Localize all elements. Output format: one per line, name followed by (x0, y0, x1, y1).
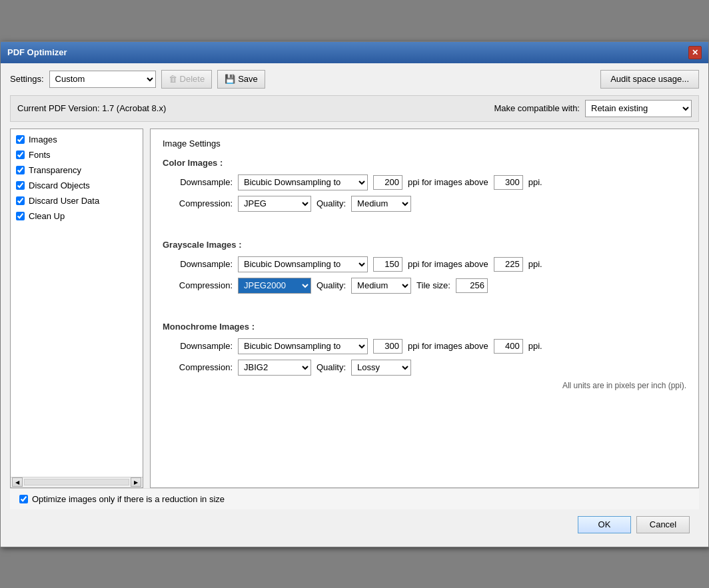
nav-item-transparency[interactable]: Transparency (11, 162, 143, 178)
nav-item-images[interactable]: Images (11, 132, 143, 147)
grayscale-ppi-input[interactable] (373, 257, 402, 272)
units-note: All units are in pixels per inch (ppi). (163, 381, 686, 390)
optimize-row: Optimize images only if there is a reduc… (10, 488, 699, 509)
grayscale-ppi-above-text: ppi for images above (408, 259, 488, 269)
discard-user-data-checkbox[interactable] (16, 196, 25, 205)
grayscale-downsample-row: Downsample: Bicubic Downsampling to Off … (163, 256, 686, 272)
color-quality-label: Quality: (317, 198, 346, 208)
pdf-optimizer-dialog: PDF Optimizer ✕ Settings: Custom 🗑 Delet… (0, 41, 709, 547)
monochrome-compression-label: Compression: (163, 362, 233, 372)
current-pdf-version: Current PDF Version: 1.7 (Acrobat 8.x) (17, 103, 166, 113)
monochrome-downsample-label: Downsample: (163, 341, 233, 351)
compatible-label: Make compatible with: (494, 103, 580, 113)
clean-up-checkbox[interactable] (16, 212, 25, 220)
monochrome-quality-dropdown[interactable]: Lossy Lossless (351, 360, 411, 376)
save-button[interactable]: 💾 Save (217, 70, 265, 89)
settings-dropdown[interactable]: Custom (49, 71, 156, 88)
monochrome-compression-row: Compression: JBIG2 Off CCITT Group 3 CCI… (163, 360, 686, 376)
horizontal-scrollbar: ◀ ▶ (11, 477, 143, 487)
dialog-title: PDF Optimizer (7, 47, 67, 57)
optimize-checkbox[interactable] (19, 495, 28, 503)
grayscale-images-label: Grayscale Images : (163, 240, 686, 250)
discard-objects-checkbox[interactable] (16, 181, 25, 190)
color-ppi-suffix: ppi. (528, 177, 542, 187)
title-bar: PDF Optimizer ✕ (1, 42, 708, 63)
close-button[interactable]: ✕ (688, 46, 702, 59)
grayscale-downsample-label: Downsample: (163, 259, 233, 269)
settings-label: Settings: (10, 74, 44, 84)
color-ppi-input[interactable] (373, 175, 402, 190)
monochrome-downsample-dropdown[interactable]: Bicubic Downsampling to Off Average Down… (238, 338, 368, 354)
left-panel: Images Fonts Transparency Discard Object… (10, 129, 143, 488)
settings-row: Settings: Custom 🗑 Delete 💾 Save Audit s… (10, 70, 699, 89)
monochrome-downsample-row: Downsample: Bicubic Downsampling to Off … (163, 338, 686, 354)
image-settings-title: Image Settings (163, 139, 686, 148)
delete-button[interactable]: 🗑 Delete (161, 70, 213, 89)
optimize-label: Optimize images only if there is a reduc… (32, 494, 225, 504)
transparency-checkbox[interactable] (16, 166, 25, 174)
transparency-label: Transparency (29, 165, 81, 175)
discard-objects-label: Discard Objects (29, 180, 90, 190)
settings-left: Settings: Custom 🗑 Delete 💾 Save (10, 70, 265, 89)
scroll-left-button[interactable]: ◀ (12, 477, 23, 487)
grayscale-ppi-suffix: ppi. (528, 259, 542, 269)
color-downsample-dropdown[interactable]: Bicubic Downsampling to Off Average Down… (238, 174, 368, 190)
grayscale-quality-dropdown[interactable]: Medium Minimum Low High Maximum (351, 278, 411, 294)
compatible-row: Make compatible with: Retain existing Ac… (494, 100, 692, 117)
grayscale-compression-row: Compression: JPEG2000 Off ZIP JPEG Quali… (163, 278, 686, 294)
monochrome-ppi-input[interactable] (373, 339, 402, 354)
monochrome-ppi-suffix: ppi. (528, 341, 542, 351)
monochrome-quality-label: Quality: (317, 362, 346, 372)
grayscale-compression-label: Compression: (163, 280, 233, 290)
fonts-label: Fonts (29, 150, 51, 160)
color-ppi-above-text: ppi for images above (408, 177, 488, 187)
nav-item-fonts[interactable]: Fonts (11, 147, 143, 162)
discard-user-data-label: Discard User Data (29, 196, 99, 206)
grayscale-tile-label: Tile size: (416, 280, 450, 290)
ok-button[interactable]: OK (578, 516, 631, 533)
audit-space-button[interactable]: Audit space usage... (600, 70, 699, 89)
nav-item-clean-up[interactable]: Clean Up (11, 208, 143, 224)
right-panel: Image Settings Color Images : Downsample… (150, 129, 699, 488)
fonts-checkbox[interactable] (16, 150, 25, 159)
images-checkbox[interactable] (16, 135, 25, 144)
color-images-label: Color Images : (163, 158, 686, 168)
grayscale-downsample-dropdown[interactable]: Bicubic Downsampling to Off Average Down… (238, 256, 368, 272)
monochrome-compression-dropdown[interactable]: JBIG2 Off CCITT Group 3 CCITT Group 4 ZI… (238, 360, 311, 376)
monochrome-ppi-above-input[interactable] (494, 339, 523, 354)
color-quality-dropdown[interactable]: Medium Minimum Low High Maximum (351, 196, 411, 212)
images-label: Images (29, 135, 57, 145)
clean-up-label: Clean Up (29, 211, 65, 221)
compatible-dropdown[interactable]: Retain existing Acrobat 4 and later Acro… (585, 100, 692, 117)
color-compression-row: Compression: JPEG Off ZIP JPEG2000 Quali… (163, 196, 686, 212)
save-icon: 💾 (225, 74, 235, 84)
pdf-version-row: Current PDF Version: 1.7 (Acrobat 8.x) M… (10, 95, 699, 122)
cancel-button[interactable]: Cancel (636, 516, 690, 533)
scroll-track[interactable] (24, 479, 129, 485)
nav-list: Images Fonts Transparency Discard Object… (11, 129, 143, 477)
bottom-buttons: OK Cancel (10, 509, 699, 537)
color-ppi-above-input[interactable] (494, 175, 523, 190)
color-compression-label: Compression: (163, 198, 233, 208)
color-compression-dropdown[interactable]: JPEG Off ZIP JPEG2000 (238, 196, 311, 212)
main-content: Images Fonts Transparency Discard Object… (10, 129, 699, 488)
grayscale-ppi-above-input[interactable] (494, 257, 523, 272)
grayscale-quality-label: Quality: (317, 280, 346, 290)
scroll-right-button[interactable]: ▶ (131, 477, 141, 487)
color-downsample-label: Downsample: (163, 177, 233, 187)
monochrome-images-label: Monochrome Images : (163, 322, 686, 332)
grayscale-compression-dropdown[interactable]: JPEG2000 Off ZIP JPEG (238, 278, 311, 294)
nav-item-discard-user-data[interactable]: Discard User Data (11, 193, 143, 208)
monochrome-ppi-above-text: ppi for images above (408, 341, 488, 351)
nav-item-discard-objects[interactable]: Discard Objects (11, 178, 143, 193)
trash-icon: 🗑 (169, 74, 177, 84)
grayscale-tile-input[interactable] (456, 278, 488, 293)
color-downsample-row: Downsample: Bicubic Downsampling to Off … (163, 174, 686, 190)
